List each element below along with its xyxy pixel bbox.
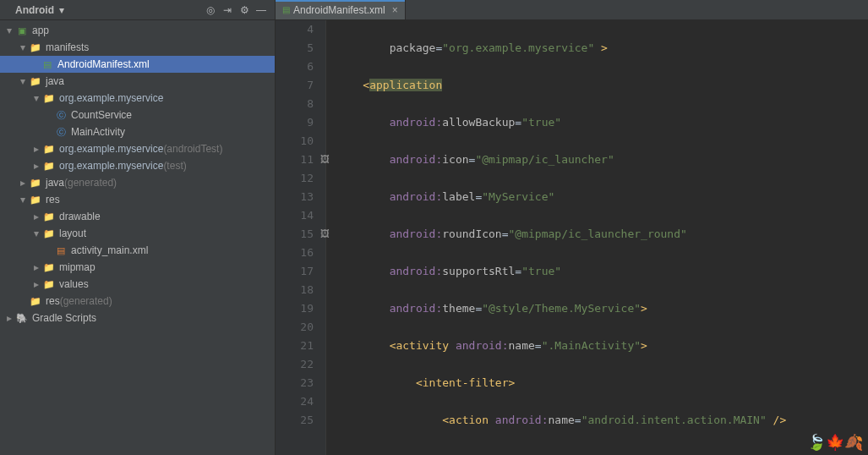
line-number: 13 [276,188,314,206]
line-number: 11 [276,151,314,169]
tree-label: org.example.myservice [59,92,163,104]
tree-label: AndroidManifest.xml [57,58,150,70]
tree-label: layout [59,228,86,239]
tree-label: res [46,295,60,307]
tree-row-drawable[interactable]: ▸📁drawable [0,208,275,225]
tree-row-app[interactable]: ▾▣app [0,22,275,39]
tree-label: activity_main.xml [71,244,148,256]
decoration-leaves: 🍃🍁🍂 [807,433,863,452]
select-opened-file-icon[interactable]: ◎ [202,2,219,19]
tree-row-count-service[interactable]: ⓒCountService [0,107,275,123]
tree-row-java-generated[interactable]: ▸📁java (generated) [0,174,275,191]
tab-android-manifest[interactable]: ▤ AndroidManifest.xml × [276,0,406,19]
gear-icon[interactable]: ⚙ [236,2,253,19]
line-number: 19 [276,299,314,318]
tree-label: org.example.myservice [59,143,163,155]
code-body[interactable]: package="org.example.myservice" > <appli… [326,20,868,455]
tab-active-indicator [276,0,405,2]
code-line[interactable]: android:theme="@style/Theme.MyService"> [336,299,868,318]
hide-icon[interactable]: — [253,2,270,19]
xml-icon: ▤ [282,5,290,14]
line-number: 16 [276,244,314,262]
flatten-icon[interactable]: ⇥ [219,2,236,19]
line-number: 23 [276,374,314,392]
code-line[interactable]: <action android:name="android.intent.act… [336,411,868,430]
line-number: 5 [276,39,314,58]
tree-row-res-generated[interactable]: 📁res (generated) [0,293,275,310]
xml-tag-application: application [369,79,442,91]
code-line[interactable]: <application [336,76,868,95]
line-number: 18 [276,281,314,299]
tree-label: manifests [46,41,89,53]
tree-label: res [46,194,60,206]
line-number: 7 [276,76,314,95]
tree-row-layout[interactable]: ▾📁layout [0,225,275,242]
tree-label: mipmap [59,261,96,273]
tree-label: app [32,25,49,36]
tree-row-mipmap[interactable]: ▸📁mipmap [0,259,275,276]
tree-row-pkg-main[interactable]: ▾📁org.example.myservice [0,90,275,107]
project-panel-header: Android ▾ ◎ ⇥ ⚙ — [0,0,275,20]
line-number: 10 [276,132,314,151]
tree-row-java[interactable]: ▾📁java [0,73,275,90]
tree-row-manifests[interactable]: ▾📁manifests [0,39,275,56]
line-number: 22 [276,355,314,374]
code-line[interactable]: package="org.example.myservice" > [336,39,868,58]
line-number: 21 [276,337,314,355]
tree-label: java [46,177,64,189]
code-line[interactable]: android:allowBackup="true" [336,113,868,132]
code-line[interactable]: 🖼 android:roundIcon="@mipmap/ic_launcher… [336,225,868,244]
line-number: 17 [276,262,314,281]
line-number: 25 [276,411,314,430]
tree-suffix: (test) [163,160,186,172]
tree-row-values[interactable]: ▸📁values [0,276,275,293]
tree-label: drawable [59,211,101,222]
xml-open: < [363,79,369,91]
tab-label: AndroidManifest.xml [293,4,385,16]
tree-suffix: (generated) [60,295,112,307]
line-number: 24 [276,392,314,411]
chevron-down-icon[interactable]: ▾ [59,4,64,16]
tree-label: values [59,278,89,290]
code-line[interactable]: 🖼 android:icon="@mipmap/ic_launcher" [336,151,868,169]
line-number: 6 [276,58,314,76]
tree-row-res[interactable]: ▾📁res [0,191,275,208]
tree-label: MainActivity [71,126,125,138]
project-panel: Android ▾ ◎ ⇥ ⚙ — ▾▣app ▾📁manifests ▤And… [0,0,276,455]
line-number: 4 [276,20,314,39]
code-line[interactable]: android:supportsRtl="true" [336,262,868,281]
line-number: 9 [276,113,314,132]
code-editor[interactable]: 45678910111213141516171819202122232425 p… [276,20,868,455]
image-gutter-icon[interactable]: 🖼 [318,151,331,169]
editor-tabbar: ▤ AndroidManifest.xml × [276,0,868,20]
tree-label: org.example.myservice [59,160,163,172]
code-line[interactable]: <activity android:name=".MainActivity"> [336,337,868,355]
line-number: 15 [276,225,314,244]
project-view-title[interactable]: Android [15,4,54,16]
tree-label: CountService [71,109,132,121]
tree-row-pkg-androidtest[interactable]: ▸📁org.example.myservice (androidTest) [0,140,275,157]
project-tree[interactable]: ▾▣app ▾📁manifests ▤AndroidManifest.xml ▾… [0,20,275,455]
line-number: 14 [276,206,314,225]
tree-label: java [46,75,64,87]
editor-area: ▤ AndroidManifest.xml × 4567891011121314… [276,0,868,455]
tree-row-activity-main-xml[interactable]: ▤activity_main.xml [0,242,275,259]
tree-row-manifest-file[interactable]: ▤AndroidManifest.xml [0,56,275,73]
code-line[interactable]: android:label="MyService" [336,188,868,206]
tree-row-gradle-scripts[interactable]: ▸🐘Gradle Scripts [0,310,275,326]
tree-row-pkg-test[interactable]: ▸📁org.example.myservice (test) [0,157,275,174]
code-line[interactable]: <intent-filter> [336,374,868,392]
tree-suffix: (generated) [64,177,117,189]
image-gutter-icon[interactable]: 🖼 [318,225,331,244]
android-icon [5,7,12,14]
close-icon[interactable]: × [392,4,398,16]
tree-label: Gradle Scripts [32,312,96,324]
tree-suffix: (androidTest) [163,143,222,155]
tree-row-main-activity[interactable]: ⓒMainActivity [0,123,275,140]
line-number: 12 [276,169,314,188]
line-number: 20 [276,318,314,337]
line-number: 8 [276,95,314,113]
code-line[interactable] [336,448,868,455]
